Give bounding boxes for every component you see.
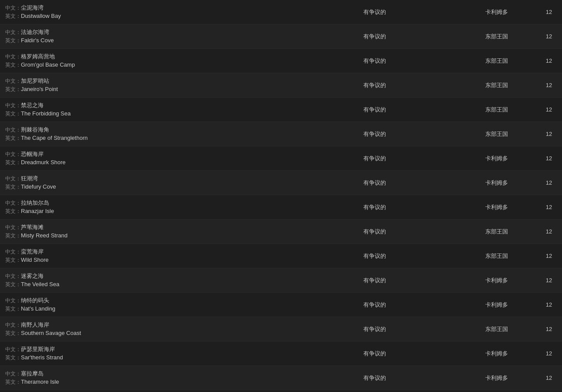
name-zh: 中文：迷雾之海 xyxy=(5,272,44,280)
cell-number: 12 xyxy=(536,103,562,116)
zh-label: 中文： xyxy=(5,5,21,11)
cell-faction: 卡利姆多 xyxy=(457,297,536,312)
zh-label: 中文： xyxy=(5,371,21,377)
table-row: 中文：水晶海岸 英文：The Crystal Shore 有争议的 东部王国 1… xyxy=(0,390,562,392)
cell-col2 xyxy=(235,350,292,357)
zh-label: 中文： xyxy=(5,297,21,304)
zh-label: 中文： xyxy=(5,54,21,60)
cell-status: 有争议的 xyxy=(292,5,457,20)
en-label: 英文： xyxy=(5,233,21,239)
cell-col2 xyxy=(235,277,292,284)
cell-status: 有争议的 xyxy=(292,249,457,264)
cell-name: 中文：格罗姆高营地 英文：Grom'gol Base Camp xyxy=(0,49,235,72)
cell-col2 xyxy=(235,204,292,211)
cell-faction: 卡利姆多 xyxy=(457,273,536,288)
cell-faction: 东部王国 xyxy=(457,127,536,142)
en-label: 英文： xyxy=(5,13,21,19)
cell-number: 12 xyxy=(536,249,562,263)
name-en: 英文：The Forbidding Sea xyxy=(5,110,71,118)
name-en: 英文：Dustwallow Bay xyxy=(5,12,61,20)
cell-faction: 东部王国 xyxy=(457,224,536,239)
cell-col2 xyxy=(235,179,292,186)
cell-name: 中文：法迪尔海湾 英文：Faldir's Cove xyxy=(0,25,235,47)
cell-status: 有争议的 xyxy=(292,54,457,68)
cell-status: 有争议的 xyxy=(292,29,457,44)
cell-faction: 东部王国 xyxy=(457,249,536,264)
cell-name: 中文：狂潮湾 英文：Tidefury Cove xyxy=(0,171,235,194)
cell-faction: 卡利姆多 xyxy=(457,346,536,361)
name-zh: 中文：南野人海岸 xyxy=(5,321,49,329)
cell-col2 xyxy=(235,253,292,260)
name-zh: 中文：纳特的码头 xyxy=(5,297,49,304)
table-row: 中文：迷雾之海 英文：The Veiled Sea 有争议的 卡利姆多 12 xyxy=(0,268,562,293)
cell-faction: 卡利姆多 xyxy=(457,151,536,166)
table-row: 中文：南野人海岸 英文：Southern Savage Coast 有争议的 东… xyxy=(0,317,562,341)
zh-label: 中文： xyxy=(5,102,21,108)
cell-status: 有争议的 xyxy=(292,78,457,93)
en-label: 英文： xyxy=(5,135,21,141)
zh-label: 中文： xyxy=(5,151,21,157)
name-en: 英文：Misty Reed Strand xyxy=(5,232,68,240)
cell-faction: 卡利姆多 xyxy=(457,5,536,20)
table-row: 中文：格罗姆高营地 英文：Grom'gol Base Camp 有争议的 东部王… xyxy=(0,49,562,73)
cell-status: 有争议的 xyxy=(292,297,457,312)
cell-col2 xyxy=(235,57,292,64)
en-label: 英文： xyxy=(5,37,21,44)
cell-faction: 卡利姆多 xyxy=(457,371,536,385)
cell-col2 xyxy=(235,155,292,162)
en-label: 英文： xyxy=(5,355,21,361)
table-row: 中文：狂潮湾 英文：Tidefury Cove 有争议的 卡利姆多 12 xyxy=(0,171,562,195)
cell-faction: 东部王国 xyxy=(457,78,536,93)
cell-number: 12 xyxy=(536,152,562,165)
cell-name: 中文：萨瑟里斯海岸 英文：Sar'theris Strand xyxy=(0,342,235,365)
zh-label: 中文： xyxy=(5,249,21,255)
name-zh: 中文：尘泥海湾 xyxy=(5,4,44,12)
cell-faction: 卡利姆多 xyxy=(457,176,536,190)
name-en: 英文：Southern Savage Coast xyxy=(5,329,81,337)
table-row: 中文：蛮荒海岸 英文：Wild Shore 有争议的 东部王国 12 xyxy=(0,244,562,268)
cell-name: 中文：尘泥海湾 英文：Dustwallow Bay xyxy=(0,0,235,23)
name-en: 英文：Wild Shore xyxy=(5,256,49,264)
cell-name: 中文：南野人海岸 英文：Southern Savage Coast xyxy=(0,318,235,340)
name-zh: 中文：荆棘谷海角 xyxy=(5,126,49,134)
name-en: 英文：Nat's Landing xyxy=(5,305,55,313)
name-zh: 中文：禁忌之海 xyxy=(5,101,44,109)
cell-col2 xyxy=(235,301,292,308)
cell-name: 中文：荆棘谷海角 英文：The Cape of Stranglethorn xyxy=(0,122,235,145)
zh-label: 中文： xyxy=(5,273,21,279)
name-en: 英文：Janeiro's Point xyxy=(5,85,58,93)
cell-status: 有争议的 xyxy=(292,176,457,190)
en-label: 英文： xyxy=(5,306,21,312)
cell-col2 xyxy=(235,82,292,89)
zh-label: 中文： xyxy=(5,200,21,206)
name-zh: 中文：恐帼海岸 xyxy=(5,150,44,158)
en-label: 英文： xyxy=(5,257,21,263)
en-label: 英文： xyxy=(5,330,21,336)
cell-number: 12 xyxy=(536,371,562,385)
name-zh: 中文：格罗姆高营地 xyxy=(5,53,55,61)
table-row: 中文：拉纳加尔岛 英文：Ranazjar Isle 有争议的 卡利姆多 12 xyxy=(0,195,562,220)
cell-status: 有争议的 xyxy=(292,151,457,166)
cell-number: 12 xyxy=(536,78,562,92)
table-row: 中文：尘泥海湾 英文：Dustwallow Bay 有争议的 卡利姆多 12 xyxy=(0,0,562,24)
cell-number: 12 xyxy=(536,54,562,68)
cell-number: 12 xyxy=(536,225,562,238)
name-zh: 中文：法迪尔海湾 xyxy=(5,28,49,36)
cell-status: 有争议的 xyxy=(292,102,457,117)
cell-name: 中文：蛮荒海岸 英文：Wild Shore xyxy=(0,244,235,267)
zh-label: 中文： xyxy=(5,346,21,352)
cell-status: 有争议的 xyxy=(292,371,457,385)
cell-number: 12 xyxy=(536,347,562,360)
cell-name: 中文：芦苇海滩 英文：Misty Reed Strand xyxy=(0,220,235,243)
cell-name: 中文：禁忌之海 英文：The Forbidding Sea xyxy=(0,98,235,121)
cell-status: 有争议的 xyxy=(292,200,457,215)
table-row: 中文：萨瑟里斯海岸 英文：Sar'theris Strand 有争议的 卡利姆多… xyxy=(0,341,562,366)
cell-number: 12 xyxy=(536,322,562,336)
cell-faction: 东部王国 xyxy=(457,54,536,68)
cell-number: 12 xyxy=(536,298,562,311)
cell-name: 中文：恐帼海岸 英文：Dreadmurk Shore xyxy=(0,147,235,169)
table-row: 中文：加尼罗哨站 英文：Janeiro's Point 有争议的 东部王国 12 xyxy=(0,73,562,98)
name-en: 英文：Sar'theris Strand xyxy=(5,354,63,362)
cell-number: 12 xyxy=(536,30,562,43)
cell-name: 中文：迷雾之海 英文：The Veiled Sea xyxy=(0,269,235,291)
